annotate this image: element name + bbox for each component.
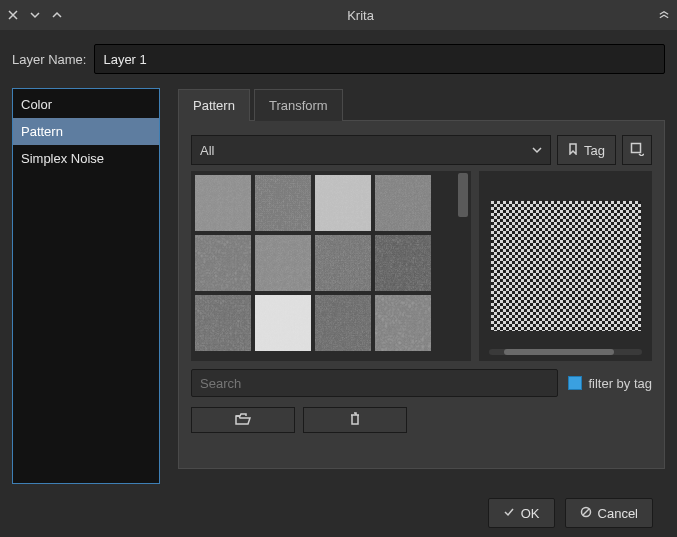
cancel-button[interactable]: Cancel: [565, 498, 653, 528]
pattern-thumbnail[interactable]: [255, 175, 311, 231]
maximize-icon[interactable]: [52, 10, 62, 20]
cancel-button-label: Cancel: [598, 506, 638, 521]
svg-rect-29: [491, 201, 641, 331]
pattern-thumbnail[interactable]: [375, 175, 431, 231]
pattern-preview: [479, 171, 652, 361]
pattern-thumbnail[interactable]: [315, 295, 371, 351]
import-pattern-button[interactable]: [191, 407, 295, 433]
cancel-icon: [580, 506, 592, 521]
svg-rect-14: [315, 235, 371, 291]
window-titlebar: Krita: [0, 0, 677, 30]
svg-rect-4: [255, 175, 311, 231]
filter-by-tag-label: filter by tag: [588, 376, 652, 391]
tab-pattern[interactable]: Pattern: [178, 89, 250, 121]
thumbnail-scrollbar[interactable]: [455, 171, 471, 361]
pattern-preview-image: [491, 201, 641, 331]
svg-rect-24: [375, 295, 431, 351]
pattern-thumbnail[interactable]: [195, 295, 251, 351]
checkbox-icon: [568, 376, 582, 390]
pattern-thumbnail[interactable]: [315, 175, 371, 231]
pattern-thumbnail-grid: [191, 171, 455, 361]
tag-options-icon: [630, 142, 644, 159]
svg-rect-0: [632, 143, 641, 152]
tab-transform[interactable]: Transform: [254, 89, 343, 121]
svg-rect-18: [195, 295, 251, 351]
tag-options-button[interactable]: [622, 135, 652, 165]
generator-list[interactable]: Color Pattern Simplex Noise: [12, 88, 160, 484]
pattern-thumbnail-area: [191, 171, 471, 361]
generator-item-pattern[interactable]: Pattern: [13, 118, 159, 145]
tag-filter-dropdown[interactable]: All: [191, 135, 551, 165]
scrollbar-handle[interactable]: [458, 173, 468, 217]
folder-open-icon: [235, 413, 251, 428]
pattern-thumbnail[interactable]: [375, 235, 431, 291]
pattern-thumbnail[interactable]: [195, 235, 251, 291]
pattern-thumbnail[interactable]: [255, 295, 311, 351]
check-icon: [503, 506, 515, 521]
tag-button-label: Tag: [584, 143, 605, 158]
layer-name-input[interactable]: [94, 44, 665, 74]
search-input[interactable]: [191, 369, 558, 397]
window-title: Krita: [62, 8, 659, 23]
tabpanel-pattern: All Tag: [178, 121, 665, 469]
delete-pattern-button[interactable]: [303, 407, 407, 433]
collapse-icon[interactable]: [659, 10, 669, 20]
svg-rect-16: [375, 235, 431, 291]
pattern-thumbnail[interactable]: [195, 175, 251, 231]
ok-button[interactable]: OK: [488, 498, 555, 528]
dialog-footer: OK Cancel: [12, 484, 665, 528]
svg-rect-2: [195, 175, 251, 231]
chevron-down-icon: [532, 143, 542, 158]
tag-filter-value: All: [200, 143, 214, 158]
generator-item-simplex-noise[interactable]: Simplex Noise: [13, 145, 159, 172]
layer-name-row: Layer Name:: [12, 44, 665, 74]
svg-rect-10: [195, 235, 251, 291]
filter-by-tag-checkbox[interactable]: filter by tag: [568, 376, 652, 391]
svg-rect-12: [255, 235, 311, 291]
generator-item-color[interactable]: Color: [13, 91, 159, 118]
scrollbar-handle[interactable]: [504, 349, 614, 355]
svg-rect-20: [255, 295, 311, 351]
close-icon[interactable]: [8, 10, 18, 20]
pattern-thumbnail[interactable]: [255, 235, 311, 291]
pattern-thumbnail[interactable]: [315, 235, 371, 291]
tag-button[interactable]: Tag: [557, 135, 616, 165]
ok-button-label: OK: [521, 506, 540, 521]
bookmark-icon: [568, 143, 578, 158]
pattern-thumbnail[interactable]: [375, 295, 431, 351]
preview-scrollbar[interactable]: [489, 349, 642, 355]
minimize-icon[interactable]: [30, 10, 40, 20]
svg-rect-6: [315, 175, 371, 231]
svg-rect-8: [375, 175, 431, 231]
trash-icon: [349, 412, 361, 429]
tabbar: Pattern Transform: [178, 88, 665, 121]
svg-rect-22: [315, 295, 371, 351]
layer-name-label: Layer Name:: [12, 52, 86, 67]
